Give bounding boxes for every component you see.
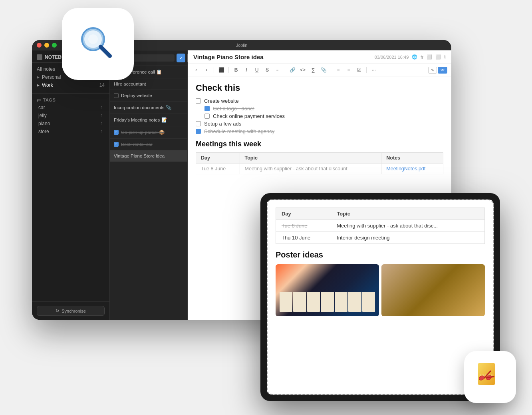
layout-icon: ⬜ xyxy=(435,54,441,60)
toolbar-numbered[interactable]: ≡ xyxy=(344,66,353,74)
scissors-icon-svg xyxy=(474,361,506,393)
poster-image-2-inner xyxy=(381,264,485,316)
poster-image-piano xyxy=(276,264,379,316)
work-count: 14 xyxy=(99,82,105,88)
toolbar-forward[interactable]: › xyxy=(202,66,211,74)
tablet-cell-day-2: Thu 10 June xyxy=(276,232,331,244)
svg-line-2 xyxy=(101,47,110,56)
table-header-notes: Notes xyxy=(381,153,443,164)
tags-header: 🏷 TAGS xyxy=(32,95,109,104)
note-item-deploy[interactable]: Deploy website xyxy=(110,90,187,102)
toolbar-bullet[interactable]: ≡ xyxy=(334,66,343,74)
tablet-meetings-table: Day Topic Tue 8 June Meeting with suppli… xyxy=(276,208,485,244)
editor-section1-heading: Check this xyxy=(196,83,443,93)
toolbar-bold[interactable]: B xyxy=(232,66,240,74)
tablet-header-day: Day xyxy=(276,208,331,220)
checklist-item-create-website: Create website xyxy=(196,98,443,104)
note-item-meeting-notes[interactable]: Friday's Meeting notes 📝 xyxy=(110,114,187,126)
table-header-topic: Topic xyxy=(240,153,381,164)
tag-store[interactable]: store 1 xyxy=(32,128,109,136)
tag-car[interactable]: car 1 xyxy=(32,104,109,112)
checklist-checkbox-logo[interactable] xyxy=(204,106,210,111)
checklist-checkbox-meeting[interactable] xyxy=(196,129,201,134)
poster-image-2 xyxy=(381,264,485,316)
tablet-content: Day Topic Tue 8 June Meeting with suppli… xyxy=(268,200,493,394)
close-button[interactable] xyxy=(37,43,42,48)
table-header-day: Day xyxy=(196,153,240,164)
toolbar-checklist[interactable]: ☑ xyxy=(355,66,363,74)
toolbar-code[interactable]: <> xyxy=(298,66,307,74)
note-item-parcel[interactable]: Go-pick-up-parcel 📦 xyxy=(110,126,187,139)
note-checkbox-rental[interactable] xyxy=(114,142,119,147)
editor-header: Vintage Piano Store idea 03/06/2021 16:4… xyxy=(188,50,451,64)
toolbar-separator-4 xyxy=(331,67,331,73)
tablet-header-topic: Topic xyxy=(331,208,485,220)
piano-key-4 xyxy=(321,292,333,312)
toolbar-underline[interactable]: U xyxy=(252,66,261,74)
piano-key-7 xyxy=(362,292,375,312)
sidebar-footer: ↻ Synchronise xyxy=(32,301,109,320)
toggle-editor[interactable]: ✎ xyxy=(428,67,437,74)
note-checkbox-parcel[interactable] xyxy=(114,130,119,135)
toolbar-strikethrough[interactable]: S xyxy=(263,66,272,74)
checklist-checkbox-ads[interactable] xyxy=(196,121,201,126)
toolbar-back[interactable]: ‹ xyxy=(192,66,200,74)
work-label: Work xyxy=(42,82,53,88)
share-icon: ⬜ xyxy=(427,54,432,60)
table-cell-notes: MeetingNotes.pdf xyxy=(381,164,443,174)
toolbar-link[interactable]: 🔗 xyxy=(288,66,297,74)
note-checkbox-deploy[interactable] xyxy=(114,93,119,98)
toolbar-more1[interactable]: ··· xyxy=(273,66,282,74)
poster-images xyxy=(276,264,485,316)
toolbar-attach[interactable]: 📎 xyxy=(319,66,328,74)
note-item-piano[interactable]: Vintage Piano Store idea xyxy=(110,150,187,162)
minimize-button[interactable] xyxy=(44,43,49,48)
tablet-table-row-1: Tue 8 June Meeting with supplier - ask a… xyxy=(276,220,485,232)
note-item-rental[interactable]: Book-rental-car xyxy=(110,139,187,150)
magnifier-icon xyxy=(78,24,118,64)
checklist-checkbox-payment[interactable] xyxy=(204,114,210,119)
table-row: Tue 8 June Meeting with supplier - ask a… xyxy=(196,164,443,174)
globe-icon: 🌐 xyxy=(412,54,417,60)
meetings-table: Day Topic Notes Tue 8 June Meeting with … xyxy=(196,152,443,174)
tablet-cell-topic-2: Interior design meeting xyxy=(331,232,485,244)
editor-meta: 03/06/2021 16:49 🌐 fr ⬜ ⬜ ℹ xyxy=(375,54,446,60)
toolbar-separator-1 xyxy=(214,67,214,73)
toolbar-separator-5 xyxy=(366,67,367,73)
tablet-poster-heading: Poster ideas xyxy=(276,250,485,259)
tags-list: car 1 jelly 1 piano 1 store 1 xyxy=(32,104,109,136)
tag-piano[interactable]: piano 1 xyxy=(32,120,109,128)
tablet-cell-topic-1: Meeting with supplier - ask about that d… xyxy=(331,220,485,232)
meeting-notes-link[interactable]: MeetingNotes.pdf xyxy=(386,166,425,172)
note-item-accountant[interactable]: Hire accountant xyxy=(110,78,187,90)
svg-point-3 xyxy=(88,34,98,44)
sidebar-item-work[interactable]: ▶ Work 14 xyxy=(32,81,109,89)
editor-title: Vintage Piano Store idea xyxy=(193,54,264,60)
piano-image xyxy=(276,264,379,316)
notebook-icon xyxy=(37,54,42,60)
tag-jelly[interactable]: jelly 1 xyxy=(32,112,109,120)
tablet-inner: Day Topic Tue 8 June Meeting with suppli… xyxy=(267,200,494,395)
toolbar-italic[interactable]: I xyxy=(242,66,251,74)
sidebar-divider xyxy=(32,93,109,94)
toolbar-math[interactable]: ∑ xyxy=(309,66,318,74)
checklist-checkbox-create[interactable] xyxy=(196,98,201,104)
checklist-item-meeting: Schedule meeting with agency xyxy=(196,128,443,134)
sync-icon: ↻ xyxy=(56,308,59,313)
piano-key-2 xyxy=(293,292,306,312)
sync-button[interactable]: ↻ Synchronise xyxy=(37,306,105,316)
toolbar-external[interactable]: ⬛ xyxy=(217,66,226,74)
note-list: ✓ ⊞ 8am conference call 📋 Hire accountan… xyxy=(110,50,188,320)
editor-date: 03/06/2021 16:49 xyxy=(375,55,409,60)
sync-label: Synchronise xyxy=(62,309,86,313)
toolbar-more2[interactable]: ··· xyxy=(369,66,378,74)
table-cell-day: Tue 8 June xyxy=(196,164,240,174)
tablet-cell-day-1: Tue 8 June xyxy=(276,220,331,232)
note-item-incorporation[interactable]: Incorporation documents 📎 xyxy=(110,102,187,114)
toggle-preview[interactable]: 👁 xyxy=(438,67,447,74)
note-tool-checked[interactable]: ✓ xyxy=(177,54,185,62)
maximize-button[interactable] xyxy=(52,43,57,48)
tags-label: TAGS xyxy=(43,98,56,102)
editor-section2-heading: Meetings this week xyxy=(196,140,443,148)
window-title: Joplin xyxy=(236,43,248,48)
